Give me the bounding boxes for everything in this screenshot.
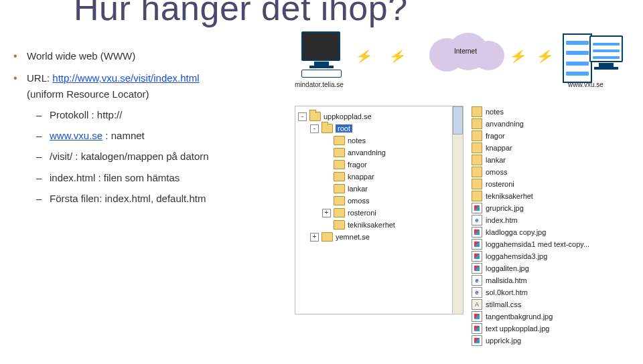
- file-row[interactable]: kladlogga copy.jpg: [469, 226, 630, 238]
- bolt-icon: ⚡: [536, 50, 554, 64]
- collapse-toggle-icon[interactable]: -: [310, 124, 319, 133]
- bolt-icon: ⚡: [509, 50, 527, 64]
- file-name: rosteroni: [486, 180, 514, 188]
- network-diagram: mindator.telia.se ⚡ ⚡ Internet ⚡ ⚡ www.v…: [295, 30, 630, 97]
- sub-protokoll: Protokoll : http://: [27, 107, 301, 122]
- expand-toggle-icon[interactable]: +: [310, 233, 319, 242]
- folder-icon: [334, 220, 345, 230]
- tree-item-label: yemnet.se: [336, 233, 370, 241]
- tree-row[interactable]: lankar: [298, 183, 463, 195]
- scrollbar-thumb[interactable]: [453, 106, 463, 134]
- image-file-icon: [472, 323, 482, 334]
- html-file-icon: e: [472, 215, 482, 225]
- file-name: stilmall.css: [486, 300, 521, 308]
- image-file-icon: [472, 203, 482, 213]
- file-row[interactable]: upprick.jpg: [469, 335, 630, 347]
- sub-first-file: Första filen: index.html, default.htm: [27, 191, 301, 206]
- file-row[interactable]: eindex.htm: [469, 214, 630, 226]
- file-name: loggahemsida1 med text-copy...: [486, 240, 589, 248]
- folder-icon: [472, 179, 482, 189]
- page-title: Hur hänger det ihop?: [74, 0, 408, 28]
- tree-row[interactable]: -uppkopplad.se: [298, 110, 463, 122]
- tree-item-label: anvandning: [348, 149, 386, 157]
- image-file-icon: [472, 311, 482, 322]
- file-row[interactable]: tekniksakerhet: [469, 190, 630, 202]
- file-row[interactable]: text uppkopplad.jpg: [469, 323, 630, 335]
- file-row[interactable]: tangentbakgrund.jpg: [469, 310, 630, 323]
- file-row[interactable]: Astilmall.css: [469, 298, 630, 310]
- tree-row[interactable]: +rosteroni: [298, 207, 463, 219]
- folder-icon: [334, 160, 345, 169]
- file-row[interactable]: notes: [469, 106, 630, 118]
- file-list: notesanvandningfragorknapparlankaromossr…: [469, 106, 630, 353]
- tree-item-label: tekniksakerhet: [348, 221, 395, 229]
- client-computer-icon: [301, 31, 342, 78]
- file-name: loggahemsida3.jpg: [486, 252, 547, 260]
- slide: Hur hänger det ihop? World wide web (WWW…: [0, 0, 643, 364]
- tree-row[interactable]: omoss: [298, 195, 463, 207]
- expand-toggle-icon[interactable]: +: [322, 209, 331, 217]
- tree-row[interactable]: +yemnet.se: [298, 231, 463, 243]
- tree-row[interactable]: knappar: [298, 171, 463, 183]
- file-name: knappar: [486, 144, 512, 152]
- server-monitor-icon: [589, 35, 623, 70]
- file-row[interactable]: anvandning: [469, 118, 630, 130]
- file-row[interactable]: knappar: [469, 142, 630, 154]
- cloud-icon: Internet: [425, 33, 506, 70]
- tree-row[interactable]: anvandning: [298, 147, 463, 159]
- folder-tree: -uppkopplad.se-rootnotesanvandningfragor…: [295, 106, 463, 314]
- image-file-icon: [472, 335, 482, 346]
- scrollbar[interactable]: [452, 106, 463, 314]
- cloud-label: Internet: [425, 48, 506, 55]
- tree-item-label: root: [336, 124, 352, 132]
- css-file-icon: A: [472, 299, 482, 310]
- tree-item-label: fragor: [348, 161, 367, 169]
- folder-icon: [322, 124, 333, 133]
- tree-row[interactable]: tekniksakerhet: [298, 219, 463, 231]
- folder-icon: [334, 172, 345, 181]
- html-file-icon: e: [472, 287, 482, 298]
- file-row[interactable]: emallsida.htm: [469, 274, 630, 286]
- collapse-toggle-icon[interactable]: -: [298, 112, 307, 121]
- domain-link[interactable]: www.vxu.se: [50, 130, 102, 141]
- file-name: mallsida.htm: [486, 276, 527, 284]
- server-caption: www.vxu.se: [568, 81, 603, 88]
- folder-icon: [334, 148, 345, 157]
- file-name: loggaliten.jpg: [486, 264, 529, 272]
- file-row[interactable]: fragor: [469, 130, 630, 142]
- tree-item-label: lankar: [348, 185, 368, 193]
- file-row[interactable]: loggaliten.jpg: [469, 262, 630, 274]
- file-row[interactable]: loggahemsida3.jpg: [469, 250, 630, 262]
- url-suffix: (uniform Resource Locator): [27, 88, 149, 100]
- image-file-icon: [472, 227, 482, 238]
- file-name: tangentbakgrund.jpg: [486, 312, 553, 321]
- folder-icon: [472, 191, 482, 201]
- tree-row[interactable]: fragor: [298, 159, 463, 171]
- server-tower-icon: [563, 33, 592, 83]
- folder-icon: [322, 232, 333, 242]
- file-row[interactable]: esol.0kort.htm: [469, 286, 630, 298]
- file-row[interactable]: lankar: [469, 154, 630, 166]
- image-file-icon: [472, 263, 482, 274]
- folder-icon: [472, 143, 482, 153]
- client-caption: mindator.telia.se: [295, 81, 344, 88]
- tree-item-label: notes: [348, 136, 366, 145]
- file-name: kladlogga copy.jpg: [486, 228, 546, 236]
- tree-row[interactable]: notes: [298, 134, 463, 147]
- file-row[interactable]: rosteroni: [469, 178, 630, 190]
- folder-icon: [334, 196, 345, 205]
- file-name: gruprick.jpg: [486, 204, 524, 212]
- file-name: anvandning: [486, 120, 524, 128]
- sub-name-suffix: : namnet: [102, 130, 145, 141]
- url-link[interactable]: http://www,vxu.se/visit/index.html: [52, 72, 199, 84]
- image-file-icon: [472, 251, 482, 262]
- file-row[interactable]: omoss: [469, 166, 630, 178]
- folder-icon: [334, 208, 345, 217]
- sub-index: index.html : filen som hämtas: [27, 170, 301, 185]
- tree-item-label: omoss: [348, 197, 369, 205]
- tree-row[interactable]: -root: [298, 122, 463, 134]
- folder-icon: [472, 167, 482, 177]
- file-row[interactable]: loggahemsida1 med text-copy...: [469, 238, 630, 250]
- file-row[interactable]: gruprick.jpg: [469, 202, 630, 214]
- tree-item-label: knappar: [348, 173, 374, 181]
